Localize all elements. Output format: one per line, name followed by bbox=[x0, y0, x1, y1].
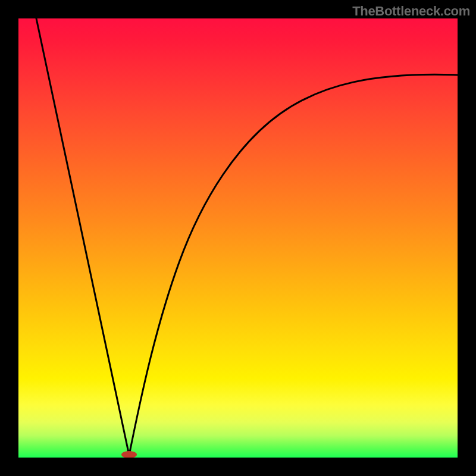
curve-svg bbox=[18, 18, 458, 458]
curve-left bbox=[36, 18, 129, 455]
watermark-text: TheBottleneck.com bbox=[352, 4, 470, 19]
curve-right bbox=[129, 74, 458, 455]
minimum-marker bbox=[121, 451, 137, 458]
plot-area bbox=[18, 18, 458, 458]
chart-frame: TheBottleneck.com bbox=[0, 0, 476, 476]
